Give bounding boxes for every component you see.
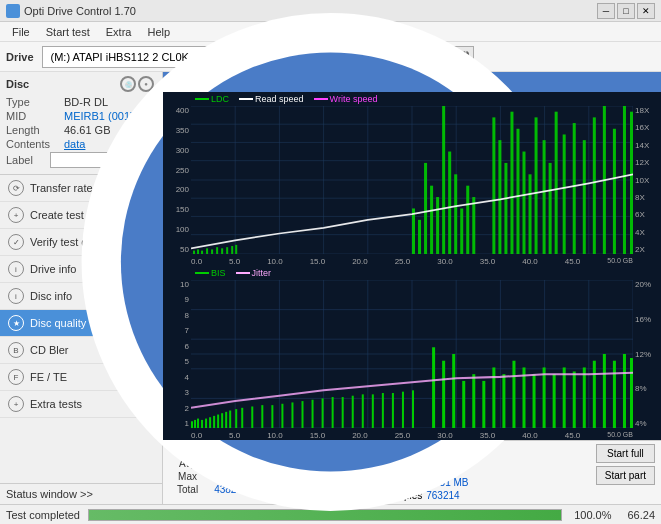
svg-rect-47 [510, 112, 513, 254]
charts-container: LDC Read speed Write speed 4003503002502… [163, 92, 661, 440]
write-speed-label: Write speed [330, 94, 378, 104]
svg-rect-118 [502, 374, 505, 428]
svg-rect-105 [362, 394, 364, 428]
svg-rect-101 [322, 398, 324, 428]
svg-rect-94 [251, 406, 253, 428]
svg-rect-50 [529, 174, 532, 254]
svg-rect-91 [229, 411, 231, 428]
svg-rect-87 [213, 416, 215, 428]
svg-rect-33 [412, 208, 415, 254]
svg-rect-107 [382, 393, 384, 428]
svg-rect-92 [235, 409, 237, 428]
jitter-legend-label: Jitter [252, 268, 272, 278]
ldc-legend: LDC [195, 94, 229, 104]
svg-rect-128 [603, 354, 606, 428]
lower-y-left: 10987654321 [163, 280, 191, 428]
write-speed-legend: Write speed [314, 94, 378, 104]
lower-chart: BIS Jitter 10987654321 20%16%12%8%4% [163, 266, 661, 440]
svg-rect-82 [194, 420, 196, 428]
svg-rect-23 [193, 251, 195, 254]
svg-rect-115 [472, 374, 475, 428]
chart-header-icon [171, 75, 185, 89]
svg-rect-51 [535, 117, 538, 254]
svg-rect-114 [462, 381, 465, 428]
svg-rect-111 [432, 347, 435, 428]
jitter-legend: Jitter [236, 268, 272, 278]
svg-rect-130 [623, 354, 626, 428]
svg-rect-31 [231, 246, 233, 254]
upper-y-left: 40035030025020015010050 [163, 106, 191, 254]
chart-header: Disc quality [163, 72, 661, 92]
svg-rect-110 [412, 390, 414, 428]
svg-rect-98 [291, 402, 293, 428]
svg-rect-106 [372, 394, 374, 428]
svg-rect-34 [418, 220, 421, 254]
right-panel: Disc quality LDC Read speed [163, 72, 661, 504]
svg-rect-27 [211, 249, 213, 254]
svg-rect-37 [436, 197, 439, 254]
svg-rect-24 [197, 249, 199, 254]
svg-rect-95 [261, 405, 263, 428]
bis-legend: BIS [195, 268, 226, 278]
upper-x-axis: 0.05.010.015.020.025.030.035.040.045.050… [191, 257, 633, 266]
svg-rect-38 [442, 106, 445, 254]
svg-rect-97 [281, 404, 283, 428]
lower-chart-svg [191, 280, 633, 428]
svg-rect-103 [342, 397, 344, 428]
bis-legend-color [195, 272, 209, 274]
svg-rect-86 [209, 417, 211, 428]
svg-rect-41 [460, 208, 463, 254]
svg-rect-109 [402, 392, 404, 428]
write-speed-color [314, 98, 328, 100]
svg-rect-26 [206, 248, 208, 254]
bis-legend-label: BIS [211, 268, 226, 278]
svg-rect-35 [424, 163, 427, 254]
svg-rect-44 [492, 117, 495, 254]
svg-rect-52 [543, 140, 546, 254]
ldc-legend-label: LDC [211, 94, 229, 104]
svg-rect-104 [352, 396, 354, 428]
svg-rect-93 [241, 408, 243, 428]
svg-rect-121 [533, 374, 536, 428]
upper-chart: LDC Read speed Write speed 4003503002502… [163, 92, 661, 266]
svg-rect-108 [392, 393, 394, 428]
svg-rect-29 [221, 248, 223, 254]
svg-rect-53 [549, 163, 552, 254]
svg-rect-124 [563, 367, 566, 428]
svg-rect-125 [573, 371, 576, 428]
svg-rect-57 [583, 140, 586, 254]
svg-rect-30 [226, 247, 228, 254]
svg-rect-54 [555, 112, 558, 254]
lower-x-axis: 0.05.010.015.020.025.030.035.040.045.050… [191, 431, 633, 440]
svg-rect-36 [430, 186, 433, 254]
svg-rect-42 [466, 186, 469, 254]
lower-y-right: 20%16%12%8%4% [633, 280, 661, 428]
svg-rect-100 [312, 400, 314, 428]
main-content: Disc 💿 ● Type BD-R DL MID MEIRB1 (001) L… [0, 72, 661, 504]
svg-rect-48 [516, 129, 519, 254]
svg-rect-83 [197, 419, 199, 428]
upper-chart-svg [191, 106, 633, 254]
upper-y-right: 18X16X14X12X10X8X6X4X2X [633, 106, 661, 254]
read-speed-legend: Read speed [239, 94, 304, 104]
svg-rect-40 [454, 174, 457, 254]
svg-rect-84 [201, 420, 203, 428]
svg-rect-25 [201, 251, 203, 254]
svg-rect-127 [593, 361, 596, 428]
svg-rect-58 [593, 117, 596, 254]
svg-rect-126 [583, 367, 586, 428]
svg-rect-43 [472, 197, 475, 254]
read-speed-color [239, 98, 253, 100]
svg-rect-62 [630, 112, 633, 254]
svg-rect-90 [225, 412, 227, 428]
svg-rect-120 [523, 367, 526, 428]
svg-rect-61 [623, 106, 626, 254]
svg-rect-122 [543, 367, 546, 428]
svg-rect-99 [302, 401, 304, 428]
read-speed-label: Read speed [255, 94, 304, 104]
ldc-legend-color [195, 98, 209, 100]
svg-rect-85 [205, 419, 207, 428]
svg-rect-123 [553, 374, 556, 428]
svg-rect-113 [452, 354, 455, 428]
svg-rect-45 [498, 140, 501, 254]
